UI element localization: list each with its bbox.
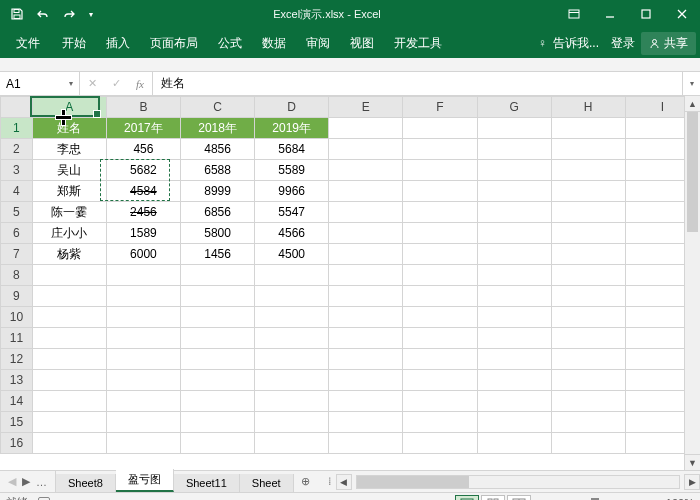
cell-E11[interactable]: [329, 328, 403, 349]
cell-B3[interactable]: 5682: [106, 160, 180, 181]
cell-A4[interactable]: 郑斯: [32, 181, 106, 202]
cell-H3[interactable]: [551, 160, 625, 181]
sheet-tab-Sheet8[interactable]: Sheet8: [56, 474, 116, 492]
cell-H14[interactable]: [551, 391, 625, 412]
cell-F2[interactable]: [403, 139, 477, 160]
save-button[interactable]: [6, 3, 28, 25]
tab-nav-overflow[interactable]: …: [34, 476, 49, 488]
row-header-10[interactable]: 10: [1, 307, 33, 328]
ribbon-tab-开始[interactable]: 开始: [52, 29, 96, 58]
cell-H4[interactable]: [551, 181, 625, 202]
cell-B11[interactable]: [106, 328, 180, 349]
cell-E6[interactable]: [329, 223, 403, 244]
cell-D15[interactable]: [255, 412, 329, 433]
cell-G4[interactable]: [477, 181, 551, 202]
row-header-4[interactable]: 4: [1, 181, 33, 202]
cell-D9[interactable]: [255, 286, 329, 307]
cell-A12[interactable]: [32, 349, 106, 370]
cell-A7[interactable]: 杨紫: [32, 244, 106, 265]
ribbon-tab-插入[interactable]: 插入: [96, 29, 140, 58]
cell-A11[interactable]: [32, 328, 106, 349]
cell-G16[interactable]: [477, 433, 551, 454]
cell-G14[interactable]: [477, 391, 551, 412]
cell-A13[interactable]: [32, 370, 106, 391]
cell-A1[interactable]: 姓名: [32, 118, 106, 139]
qat-customize-dropdown[interactable]: ▾: [84, 3, 98, 25]
column-header-G[interactable]: G: [477, 97, 551, 118]
cell-B4[interactable]: 4584: [106, 181, 180, 202]
column-header-D[interactable]: D: [255, 97, 329, 118]
row-header-13[interactable]: 13: [1, 370, 33, 391]
cell-B5[interactable]: 2456: [106, 202, 180, 223]
cell-F14[interactable]: [403, 391, 477, 412]
column-header-A[interactable]: A: [32, 97, 106, 118]
redo-button[interactable]: [58, 3, 80, 25]
column-header-C[interactable]: C: [181, 97, 255, 118]
cell-C12[interactable]: [181, 349, 255, 370]
undo-button[interactable]: [32, 3, 54, 25]
cell-E5[interactable]: [329, 202, 403, 223]
cell-D7[interactable]: 4500: [255, 244, 329, 265]
cell-C4[interactable]: 8999: [181, 181, 255, 202]
cell-B2[interactable]: 456: [106, 139, 180, 160]
cell-B7[interactable]: 6000: [106, 244, 180, 265]
cell-E16[interactable]: [329, 433, 403, 454]
vertical-scroll-thumb[interactable]: [687, 112, 698, 232]
cell-E1[interactable]: [329, 118, 403, 139]
cell-E13[interactable]: [329, 370, 403, 391]
cell-F15[interactable]: [403, 412, 477, 433]
close-button[interactable]: [664, 0, 700, 28]
tab-nav-first[interactable]: ◀: [6, 475, 18, 488]
cell-B8[interactable]: [106, 265, 180, 286]
sheet-tab-Sheet11[interactable]: Sheet11: [174, 474, 240, 492]
cell-E12[interactable]: [329, 349, 403, 370]
cell-F4[interactable]: [403, 181, 477, 202]
cell-C6[interactable]: 5800: [181, 223, 255, 244]
share-button[interactable]: 共享: [641, 32, 696, 55]
cell-grid[interactable]: ABCDEFGHI 1姓名2017年2018年2019年2李忠456485656…: [0, 96, 700, 454]
row-header-7[interactable]: 7: [1, 244, 33, 265]
cell-F11[interactable]: [403, 328, 477, 349]
cell-G3[interactable]: [477, 160, 551, 181]
cell-F12[interactable]: [403, 349, 477, 370]
column-header-F[interactable]: F: [403, 97, 477, 118]
cell-C11[interactable]: [181, 328, 255, 349]
cell-C14[interactable]: [181, 391, 255, 412]
cell-F8[interactable]: [403, 265, 477, 286]
spreadsheet-area[interactable]: ABCDEFGHI 1姓名2017年2018年2019年2李忠456485656…: [0, 96, 700, 470]
cancel-formula-button[interactable]: ✕: [80, 77, 104, 90]
cell-D10[interactable]: [255, 307, 329, 328]
cell-F13[interactable]: [403, 370, 477, 391]
sheet-tab-盈亏图[interactable]: 盈亏图: [116, 469, 174, 492]
cell-H2[interactable]: [551, 139, 625, 160]
cell-E8[interactable]: [329, 265, 403, 286]
sheet-tab-Sheet[interactable]: Sheet: [240, 474, 294, 492]
row-header-16[interactable]: 16: [1, 433, 33, 454]
view-page-break-button[interactable]: [507, 495, 531, 501]
cell-E9[interactable]: [329, 286, 403, 307]
vertical-scrollbar[interactable]: ▲ ▼: [684, 96, 700, 470]
scroll-up-button[interactable]: ▲: [685, 96, 700, 112]
cell-B1[interactable]: 2017年: [106, 118, 180, 139]
scroll-down-button[interactable]: ▼: [685, 454, 700, 470]
cell-A14[interactable]: [32, 391, 106, 412]
row-header-15[interactable]: 15: [1, 412, 33, 433]
cell-A5[interactable]: 陈一霎: [32, 202, 106, 223]
cell-C5[interactable]: 6856: [181, 202, 255, 223]
cell-B16[interactable]: [106, 433, 180, 454]
cell-D5[interactable]: 5547: [255, 202, 329, 223]
cell-E4[interactable]: [329, 181, 403, 202]
cell-H15[interactable]: [551, 412, 625, 433]
cell-G12[interactable]: [477, 349, 551, 370]
row-header-9[interactable]: 9: [1, 286, 33, 307]
cell-B15[interactable]: [106, 412, 180, 433]
cell-D12[interactable]: [255, 349, 329, 370]
cell-C15[interactable]: [181, 412, 255, 433]
cell-C3[interactable]: 6588: [181, 160, 255, 181]
cell-D13[interactable]: [255, 370, 329, 391]
row-header-12[interactable]: 12: [1, 349, 33, 370]
cell-E2[interactable]: [329, 139, 403, 160]
cell-G9[interactable]: [477, 286, 551, 307]
cell-G6[interactable]: [477, 223, 551, 244]
row-header-1[interactable]: 1: [1, 118, 33, 139]
